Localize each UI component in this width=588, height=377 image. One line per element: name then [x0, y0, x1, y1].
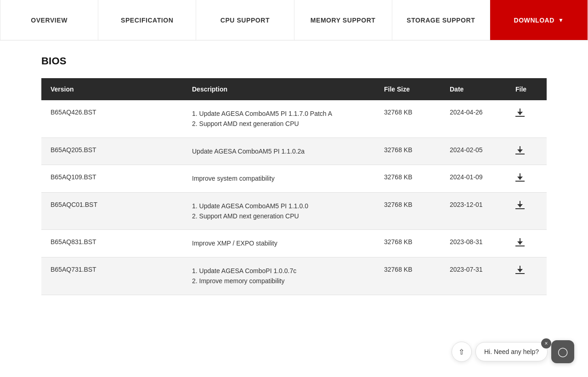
- table-row: B65AQ109.BSTImprove system compatibility…: [41, 165, 547, 192]
- cell-description: Improve XMP / EXPO stability: [183, 230, 375, 257]
- download-icon: [515, 266, 525, 274]
- main-content: BIOS Version Description File Size Date …: [0, 40, 588, 314]
- cell-date: 2023-12-01: [441, 192, 506, 230]
- chat-bubble-container: Hi. Need any help? ×: [475, 342, 548, 361]
- table-row: B65AQ831.BSTImprove XMP / EXPO stability…: [41, 230, 547, 257]
- cell-description: 1. Update AGESA ComboAM5 PI 1.1.7.0 Patc…: [183, 100, 375, 137]
- chat-widget: ⇧ Hi. Need any help? × ◯: [452, 340, 574, 363]
- nav-item-storage-support[interactable]: STORAGE SUPPORT: [392, 0, 490, 40]
- cell-description: 1. Update AGESA ComboPI 1.0.0.7c2. Impro…: [183, 257, 375, 295]
- download-button[interactable]: [515, 173, 525, 182]
- nav-item-overview[interactable]: OVERVIEW: [0, 0, 98, 40]
- cell-file: [506, 100, 547, 137]
- cell-date: 2023-07-31: [441, 257, 506, 295]
- col-header-file: File: [506, 78, 547, 100]
- download-button[interactable]: [515, 146, 525, 154]
- nav-item-download[interactable]: DOWNLOAD ▼: [490, 0, 588, 40]
- chat-expand-button[interactable]: ⇧: [452, 342, 472, 362]
- cell-file-size: 32768 KB: [375, 165, 441, 192]
- download-button[interactable]: [515, 201, 525, 209]
- cell-description: Improve system compatibility: [183, 165, 375, 192]
- table-row: B65AQ426.BST1. Update AGESA ComboAM5 PI …: [41, 100, 547, 137]
- cell-file-size: 32768 KB: [375, 257, 441, 295]
- cell-version: B65AQ426.BST: [41, 100, 183, 137]
- cell-file-size: 32768 KB: [375, 100, 441, 137]
- download-icon: [515, 173, 525, 182]
- nav-item-specification[interactable]: SPECIFICATION: [98, 0, 196, 40]
- col-header-file-size: File Size: [375, 78, 441, 100]
- download-icon: [515, 201, 525, 209]
- cell-date: 2024-04-26: [441, 100, 506, 137]
- table-row: B65AQ731.BST1. Update AGESA ComboPI 1.0.…: [41, 257, 547, 295]
- nav-item-cpu-support[interactable]: CPU SUPPORT: [196, 0, 294, 40]
- cell-description: Update AGESA ComboAM5 PI 1.1.0.2a: [183, 137, 375, 165]
- cell-file-size: 32768 KB: [375, 137, 441, 165]
- cell-file: [506, 257, 547, 295]
- col-header-description: Description: [183, 78, 375, 100]
- download-button[interactable]: [515, 238, 525, 246]
- download-button[interactable]: [515, 266, 525, 274]
- col-header-version: Version: [41, 78, 183, 100]
- section-title: BIOS: [41, 55, 547, 67]
- cell-version: B65AQ831.BST: [41, 230, 183, 257]
- cell-file-size: 32768 KB: [375, 230, 441, 257]
- bios-table: Version Description File Size Date File …: [41, 78, 547, 295]
- cell-date: 2023-08-31: [441, 230, 506, 257]
- cell-date: 2024-01-09: [441, 165, 506, 192]
- cell-description: 1. Update AGESA ComboAM5 PI 1.1.0.02. Su…: [183, 192, 375, 230]
- download-icon: [515, 146, 525, 154]
- cell-date: 2024-02-05: [441, 137, 506, 165]
- table-header: Version Description File Size Date File: [41, 78, 547, 100]
- chat-bubble-text: Hi. Need any help?: [475, 342, 548, 361]
- table-row: B65AQC01.BST1. Update AGESA ComboAM5 PI …: [41, 192, 547, 230]
- cell-file-size: 32768 KB: [375, 192, 441, 230]
- cell-version: B65AQ205.BST: [41, 137, 183, 165]
- chevron-down-icon: ▼: [558, 17, 564, 23]
- cell-file: [506, 165, 547, 192]
- cell-version: B65AQ109.BST: [41, 165, 183, 192]
- cell-version: B65AQC01.BST: [41, 192, 183, 230]
- chat-icon: ◯: [558, 346, 568, 357]
- navigation: OVERVIEW SPECIFICATION CPU SUPPORT MEMOR…: [0, 0, 588, 40]
- chat-main-button[interactable]: ◯: [551, 340, 574, 363]
- download-button[interactable]: [515, 109, 525, 117]
- col-header-date: Date: [441, 78, 506, 100]
- nav-item-memory-support[interactable]: MEMORY SUPPORT: [294, 0, 392, 40]
- chat-close-button[interactable]: ×: [541, 338, 551, 348]
- cell-version: B65AQ731.BST: [41, 257, 183, 295]
- chat-controls: ⇧ Hi. Need any help? × ◯: [452, 340, 574, 363]
- cell-file: [506, 230, 547, 257]
- download-icon: [515, 109, 525, 117]
- download-icon: [515, 238, 525, 246]
- cell-file: [506, 137, 547, 165]
- table-row: B65AQ205.BSTUpdate AGESA ComboAM5 PI 1.1…: [41, 137, 547, 165]
- cell-file: [506, 192, 547, 230]
